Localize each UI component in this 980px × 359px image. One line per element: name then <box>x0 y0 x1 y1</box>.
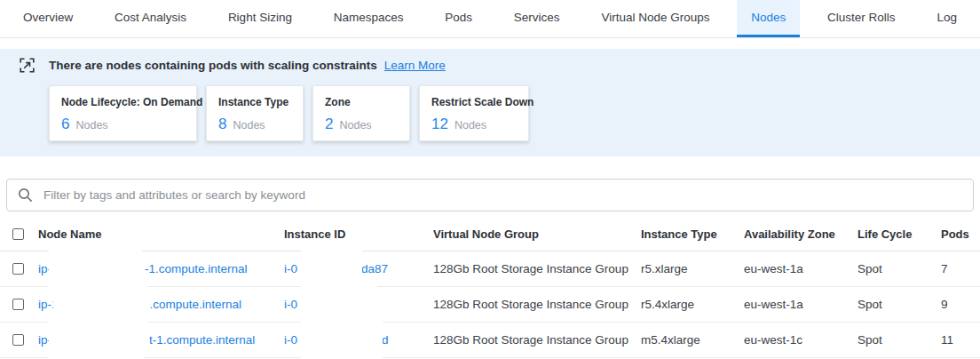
availability-zone-cell: eu-west-1c <box>744 333 858 347</box>
card-restrict-scale-down[interactable]: Restrict Scale Down 12 Nodes <box>419 85 529 141</box>
banner-alert-row: There are nodes containing pods with sca… <box>20 56 980 74</box>
tab-virtual-node-groups[interactable]: Virtual Node Groups <box>587 0 723 37</box>
tab-pods[interactable]: Pods <box>431 0 486 37</box>
nodes-table: Node Name Instance ID Virtual Node Group… <box>0 218 980 358</box>
virtual-node-group-cell: 128Gb Root Storage Instance Group <box>433 262 641 275</box>
redaction-box <box>301 322 383 358</box>
tab-services[interactable]: Services <box>500 0 574 37</box>
card-count: 12 <box>431 116 448 133</box>
card-node-lifecycle[interactable]: Node Lifecycle: On Demand 6 Nodes <box>49 85 197 141</box>
card-count: 2 <box>325 116 333 133</box>
row-checkbox[interactable] <box>12 299 24 310</box>
card-count: 6 <box>61 116 69 133</box>
card-title: Restrict Scale Down <box>431 96 518 108</box>
card-unit: Nodes <box>75 119 107 132</box>
card-instance-type[interactable]: Instance Type 8 Nodes <box>206 85 304 141</box>
table-row: ip--1.compute.internal i-0da87 128Gb Roo… <box>0 251 980 287</box>
row-checkbox[interactable] <box>12 263 24 275</box>
select-all-checkbox[interactable] <box>12 228 24 240</box>
table-header-row: Node Name Instance ID Virtual Node Group… <box>0 218 980 251</box>
constraint-summary-cards: Node Lifecycle: On Demand 6 Nodes Instan… <box>49 85 980 141</box>
instance-type-cell: m5.4xlarge <box>641 333 744 347</box>
pods-cell: 7 <box>941 262 980 275</box>
tab-overview[interactable]: Overview <box>9 0 87 37</box>
scaling-constraints-banner: There are nodes containing pods with sca… <box>0 49 980 156</box>
virtual-node-group-cell: 128Gb Root Storage Instance Group <box>433 333 641 347</box>
col-node-name: Node Name <box>38 227 284 241</box>
tab-cost-analysis[interactable]: Cost Analysis <box>100 0 201 37</box>
filter-search-box[interactable] <box>6 179 974 211</box>
virtual-node-group-cell: 128Gb Root Storage Instance Group <box>433 298 641 311</box>
pods-cell: 9 <box>941 298 980 311</box>
life-cycle-cell: Spot <box>858 298 941 311</box>
instance-type-cell: r5.xlarge <box>641 262 744 275</box>
card-unit: Nodes <box>454 119 486 132</box>
tab-nodes[interactable]: Nodes <box>737 0 800 37</box>
scale-out-icon <box>20 58 35 73</box>
redaction-box <box>301 251 362 287</box>
col-instance-id: Instance ID <box>284 227 433 241</box>
redaction-box <box>49 322 145 358</box>
life-cycle-cell: Spot <box>858 333 941 347</box>
tab-namespaces[interactable]: Namespaces <box>320 0 418 37</box>
availability-zone-cell: eu-west-1a <box>744 298 858 311</box>
search-icon <box>18 187 33 203</box>
pods-cell: 11 <box>941 333 980 347</box>
col-pods: Pods <box>941 227 980 241</box>
card-unit: Nodes <box>339 119 371 132</box>
learn-more-link[interactable]: Learn More <box>384 59 446 72</box>
col-availability-zone: Availability Zone <box>744 227 858 241</box>
search-input[interactable] <box>43 188 962 202</box>
instance-type-cell: r5.4xlarge <box>641 298 744 311</box>
tab-right-sizing[interactable]: Right Sizing <box>214 0 306 37</box>
tab-cluster-rolls[interactable]: Cluster Rolls <box>813 0 910 37</box>
row-checkbox[interactable] <box>12 334 24 346</box>
redaction-box <box>49 251 142 287</box>
redaction-box <box>302 286 377 323</box>
availability-zone-cell: eu-west-1a <box>744 262 858 275</box>
life-cycle-cell: Spot <box>858 262 941 275</box>
table-row: ip-1.compute.internal i-0 128Gb Root Sto… <box>0 287 980 323</box>
banner-message: There are nodes containing pods with sca… <box>49 59 377 72</box>
redaction-box <box>53 286 147 323</box>
card-unit: Nodes <box>233 119 265 132</box>
card-zone[interactable]: Zone 2 Nodes <box>312 85 410 141</box>
card-title: Node Lifecycle: On Demand <box>61 96 186 108</box>
card-title: Instance Type <box>218 96 292 108</box>
col-life-cycle: Life Cycle <box>858 227 941 241</box>
tab-log[interactable]: Log <box>922 0 971 37</box>
table-row: ip-t-1.compute.internal i-0d 128Gb Root … <box>0 323 980 358</box>
card-title: Zone <box>325 96 399 108</box>
col-virtual-node-group: Virtual Node Group <box>433 227 641 241</box>
card-count: 8 <box>218 116 226 133</box>
col-instance-type: Instance Type <box>641 227 744 241</box>
tab-bar: Overview Cost Analysis Right Sizing Name… <box>0 0 980 38</box>
